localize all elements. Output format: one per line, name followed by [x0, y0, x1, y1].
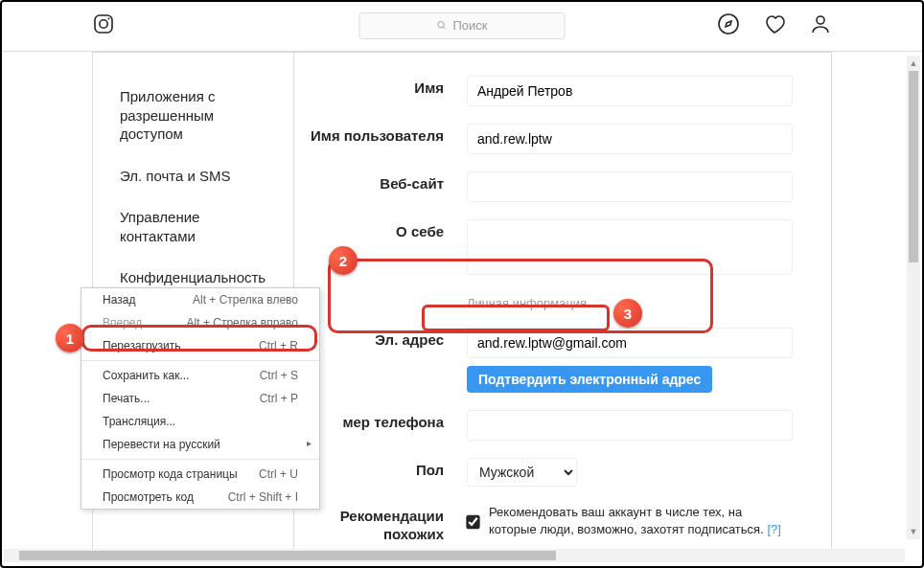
context-menu-separator — [81, 459, 319, 460]
scroll-up-icon[interactable]: ▲ — [907, 56, 920, 71]
context-menu-label: Печать... — [103, 392, 150, 405]
top-bar: Поиск — [0, 0, 924, 52]
search-icon — [436, 20, 447, 31]
context-menu-label: Сохранить как... — [103, 369, 189, 382]
svg-marker-6 — [726, 21, 731, 27]
context-menu-item[interactable]: Сохранить как...Ctrl + S — [81, 364, 319, 387]
svg-point-5 — [719, 14, 738, 34]
website-input[interactable] — [467, 171, 793, 202]
step-badge-1: 1 — [56, 324, 84, 352]
vertical-scrollbar[interactable]: ▲ ▼ — [907, 56, 920, 539]
sidebar-item-email-sms[interactable]: Эл. почта и SMS — [93, 155, 293, 197]
phone-input[interactable] — [467, 410, 793, 441]
context-menu-shortcut: Alt + Стрелка влево — [193, 293, 298, 307]
recommendations-help-link[interactable]: [?] — [767, 522, 780, 536]
recommendations-checkbox[interactable] — [466, 504, 479, 540]
private-info-heading: Личная информация — [467, 296, 587, 310]
context-menu-item: ВпередAlt + Стрелка вправо — [81, 311, 319, 334]
context-menu-item[interactable]: Просмотр кода страницыCtrl + U — [81, 463, 319, 486]
profile-icon[interactable] — [809, 12, 832, 38]
context-menu-label: Вперед — [103, 316, 142, 329]
gender-select[interactable]: Мужской — [467, 458, 577, 487]
email-label: Эл. адрес — [294, 328, 467, 348]
bio-input[interactable] — [467, 219, 793, 275]
context-menu-label: Трансляция... — [103, 415, 175, 428]
context-menu-separator — [81, 360, 319, 361]
svg-point-2 — [107, 18, 109, 20]
context-menu-shortcut: Ctrl + Shift + I — [228, 490, 298, 504]
context-menu-shortcut: Ctrl + S — [260, 369, 298, 382]
phone-label: мер телефона — [294, 410, 467, 430]
context-menu-label: Перезагрузить — [103, 339, 180, 352]
horizontal-scroll-thumb[interactable] — [19, 551, 556, 560]
confirm-email-button[interactable]: Подтвердить электронный адрес — [467, 366, 712, 393]
username-input[interactable] — [467, 124, 793, 154]
svg-line-4 — [443, 27, 445, 29]
search-placeholder: Поиск — [452, 18, 487, 33]
context-menu-label: Перевести на русский — [103, 438, 220, 451]
sidebar-item-contacts[interactable]: Управление контактами — [93, 196, 293, 257]
context-menu-shortcut: Ctrl + U — [259, 467, 298, 481]
context-menu-item[interactable]: Просмотреть кодCtrl + Shift + I — [81, 486, 319, 509]
context-menu-item[interactable]: НазадAlt + Стрелка влево — [81, 288, 319, 311]
svg-point-7 — [817, 16, 824, 24]
context-menu: НазадAlt + Стрелка влевоВпередAlt + Стре… — [81, 287, 320, 510]
gender-label: Пол — [294, 458, 467, 478]
step-badge-3: 3 — [613, 299, 642, 328]
recommendations-text: Рекомендовать ваш аккаунт в числе тех, н… — [489, 504, 793, 538]
scroll-down-icon[interactable]: ▼ — [907, 524, 920, 539]
bio-label: О себе — [294, 219, 467, 239]
context-menu-label: Просмотр кода страницы — [103, 467, 238, 481]
context-menu-item[interactable]: Перевести на русский — [81, 433, 319, 456]
svg-rect-0 — [95, 15, 112, 33]
svg-point-1 — [100, 20, 107, 28]
form-area: Имя Имя пользователя Веб-сайт О себе Лич… — [294, 53, 831, 561]
name-input[interactable] — [467, 76, 793, 106]
context-menu-item[interactable]: Трансляция... — [81, 410, 319, 433]
context-menu-item[interactable]: Печать...Ctrl + P — [81, 387, 319, 410]
email-input[interactable] — [467, 328, 793, 358]
svg-point-3 — [438, 21, 444, 27]
context-menu-label: Просмотреть код — [103, 490, 194, 504]
context-menu-label: Назад — [103, 293, 135, 307]
instagram-logo[interactable] — [92, 12, 115, 38]
search-input[interactable]: Поиск — [359, 12, 566, 39]
context-menu-item[interactable]: ПерезагрузитьCtrl + R — [81, 334, 319, 357]
explore-icon[interactable] — [717, 12, 740, 38]
context-menu-shortcut: Alt + Стрелка вправо — [187, 316, 298, 329]
name-label: Имя — [294, 76, 467, 96]
website-label: Веб-сайт — [294, 171, 467, 192]
context-menu-shortcut: Ctrl + R — [259, 339, 298, 352]
context-menu-shortcut: Ctrl + P — [260, 392, 298, 405]
username-label: Имя пользователя — [294, 124, 467, 144]
sidebar-item-apps[interactable]: Приложения с разрешенным доступом — [93, 76, 293, 155]
step-badge-2: 2 — [329, 246, 358, 275]
horizontal-scrollbar[interactable] — [4, 549, 905, 562]
heart-icon[interactable] — [763, 12, 786, 38]
vertical-scroll-thumb[interactable] — [909, 71, 918, 262]
